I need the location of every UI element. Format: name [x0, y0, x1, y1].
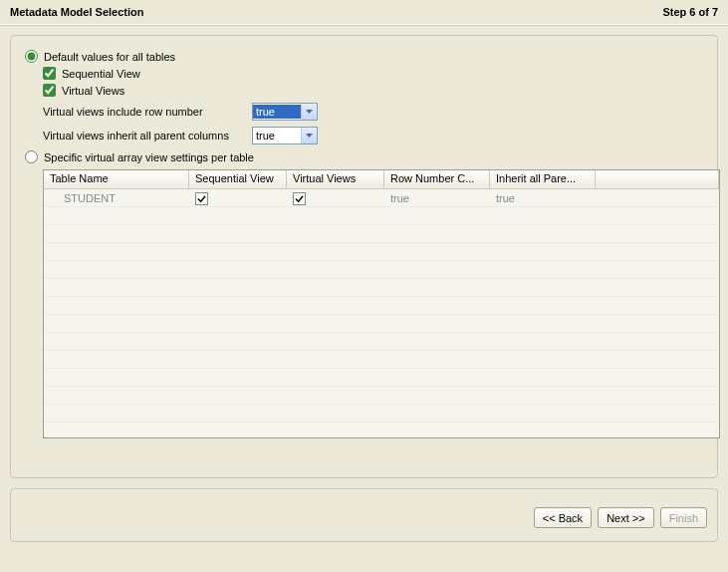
finish-button: Finish	[660, 507, 707, 528]
row-number-label: Virtual views include row number	[43, 106, 252, 118]
footer-panel: << Back Next >> Finish	[10, 488, 718, 542]
inherit-parent-label: Virtual views inherit all parent columns	[43, 130, 252, 142]
grid-body: STUDENT true true	[44, 189, 719, 436]
row-number-select[interactable]: true	[252, 103, 318, 121]
cell-vv[interactable]	[287, 192, 384, 205]
cell-name: STUDENT	[44, 192, 189, 204]
option-virtual-views[interactable]: Virtual Views	[21, 84, 707, 97]
option-specific[interactable]: Specific virtual array view settings per…	[21, 150, 707, 163]
col-header-seq[interactable]: Sequential View	[189, 170, 287, 188]
col-header-name[interactable]: Table Name	[44, 170, 189, 188]
option-sequential-view[interactable]: Sequential View	[21, 67, 707, 80]
checkbox-icon[interactable]	[293, 192, 306, 205]
inherit-parent-select[interactable]: true	[252, 127, 318, 144]
cell-row: true	[384, 192, 490, 204]
inherit-parent-row: Virtual views inherit all parent columns…	[43, 127, 707, 144]
chevron-down-icon[interactable]	[301, 128, 317, 143]
radio-default-all[interactable]	[25, 50, 38, 63]
wizard-title: Metadata Model Selection	[10, 0, 143, 24]
tables-grid: Table Name Sequential View Virtual Views…	[43, 169, 720, 438]
wizard-step: Step 6 of 7	[662, 0, 718, 24]
radio-specific[interactable]	[25, 150, 38, 163]
option-default-all[interactable]: Default values for all tables	[21, 50, 707, 63]
option-sequential-view-label: Sequential View	[62, 68, 140, 80]
checkbox-virtual-views[interactable]	[43, 84, 56, 97]
col-header-row[interactable]: Row Number C...	[384, 170, 490, 188]
checkbox-icon[interactable]	[195, 192, 208, 205]
chevron-down-icon[interactable]	[301, 104, 317, 120]
grid-header: Table Name Sequential View Virtual Views…	[44, 170, 719, 189]
cell-inh: true	[490, 192, 596, 204]
back-button[interactable]: << Back	[534, 507, 592, 528]
row-number-value: true	[253, 105, 301, 119]
checkbox-sequential-view[interactable]	[43, 67, 56, 80]
col-header-inh[interactable]: Inherit all Pare...	[490, 170, 596, 188]
cell-seq[interactable]	[189, 192, 287, 205]
option-virtual-views-label: Virtual Views	[62, 85, 124, 97]
next-button[interactable]: Next >>	[598, 507, 654, 528]
inherit-parent-value: true	[253, 129, 301, 143]
row-number-row: Virtual views include row number true	[43, 103, 707, 121]
col-header-vv[interactable]: Virtual Views	[287, 170, 384, 188]
option-specific-label: Specific virtual array view settings per…	[44, 151, 254, 163]
col-header-rest	[596, 170, 719, 188]
option-default-all-label: Default values for all tables	[44, 51, 175, 63]
wizard-header: Metadata Model Selection Step 6 of 7	[0, 0, 728, 25]
table-row[interactable]: STUDENT true true	[44, 189, 719, 207]
content-panel: Default values for all tables Sequential…	[10, 35, 718, 478]
